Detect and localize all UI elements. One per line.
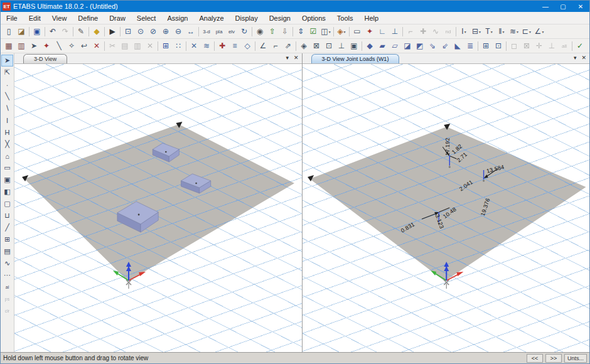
panel-close-icon[interactable]: ✕ xyxy=(294,55,299,61)
menu-view[interactable]: View xyxy=(46,13,73,23)
show-selection-icon[interactable]: ☑ xyxy=(307,25,319,38)
assign-joint-icon[interactable]: ◆ xyxy=(363,40,376,52)
quick-draw-beam-icon[interactable]: H xyxy=(1,126,13,138)
menu-tools[interactable]: Tools xyxy=(331,13,359,23)
run-analysis-icon[interactable]: ▶ xyxy=(106,25,119,38)
deselect-group-icon[interactable]: ✧ xyxy=(65,40,78,52)
panel-menu-icon[interactable]: ▾ xyxy=(574,55,577,61)
menu-display[interactable]: Display xyxy=(230,13,264,23)
assign-load-down-icon[interactable]: ⇘ xyxy=(426,40,439,52)
divide-frames-icon[interactable]: ∠ xyxy=(257,40,269,52)
show-grid-icon[interactable]: ⊞ xyxy=(480,40,492,52)
draw-waffle-icon[interactable]: ⊞ xyxy=(1,233,13,245)
measure-line-icon[interactable]: ╲ xyxy=(586,40,589,52)
assign-frame-icon[interactable]: ▰ xyxy=(376,40,389,52)
assign-load-up-icon[interactable]: ⇙ xyxy=(439,40,451,52)
frame-prop-icon[interactable]: ▣ xyxy=(348,40,360,52)
object-shrink-icon[interactable]: ⇕ xyxy=(294,25,307,38)
panel-menu-icon[interactable]: ▾ xyxy=(286,55,289,61)
menu-select[interactable]: Select xyxy=(131,13,162,23)
draw-special-joint-icon[interactable]: ✦ xyxy=(363,25,376,38)
mirror-icon[interactable]: ⊠ xyxy=(310,40,323,52)
menu-edit[interactable]: Edit xyxy=(23,13,46,23)
menu-help[interactable]: Help xyxy=(359,13,385,23)
restore-full-view-icon[interactable]: ⊙ xyxy=(134,25,147,38)
draw-opening-icon[interactable]: ▢ xyxy=(1,198,13,210)
menu-analyze[interactable]: Analyze xyxy=(193,13,229,23)
previous-zoom-icon[interactable]: ⊘ xyxy=(147,25,159,38)
show-bounding-icon[interactable]: ⊡ xyxy=(492,40,505,52)
select-previous-icon[interactable]: ↩ xyxy=(78,40,90,52)
section-rect-icon[interactable]: ⊟ xyxy=(470,25,483,38)
rubber-band-zoom-icon[interactable]: ⊡ xyxy=(122,25,134,38)
move-down-story-icon[interactable]: ⇩ xyxy=(279,25,291,38)
tab-3d-view[interactable]: 3-D View xyxy=(23,54,67,63)
menu-assign[interactable]: Assign xyxy=(161,13,193,23)
view-plan-icon[interactable]: pla xyxy=(213,25,225,38)
reshape-objects-icon[interactable]: ⇱ xyxy=(1,67,13,78)
view-3d-model[interactable] xyxy=(14,64,302,352)
lock-model-icon[interactable]: ◆ xyxy=(90,25,103,38)
join-frames-icon[interactable]: ⌐ xyxy=(269,40,282,52)
draw-grid-icon[interactable]: ∟ xyxy=(376,25,389,38)
draw-link-icon[interactable]: ╱ xyxy=(1,222,13,233)
select-poly-icon[interactable]: ✦ xyxy=(40,40,53,52)
move-up-story-icon[interactable]: ⇧ xyxy=(266,25,279,38)
merge-points-icon[interactable]: ✕ xyxy=(188,40,200,52)
select-all-icon[interactable]: al xyxy=(1,281,13,293)
section-double-icon[interactable]: ‖ xyxy=(495,25,508,38)
edit-pen-icon[interactable]: ✎ xyxy=(75,25,87,38)
draw-wave-icon[interactable]: ∿ xyxy=(1,257,13,269)
align-points-icon[interactable]: ≋ xyxy=(200,40,213,52)
undo-icon[interactable]: ↶ xyxy=(46,25,59,38)
perspective-toggle-icon[interactable]: ◉ xyxy=(254,25,266,38)
menu-design[interactable]: Design xyxy=(264,13,296,23)
tab-joint-loads[interactable]: 3-D View Joint Loads (W1) xyxy=(311,54,400,63)
open-model-icon[interactable]: ◪ xyxy=(15,25,28,38)
quick-draw-wall-icon[interactable]: ◧ xyxy=(1,186,13,198)
assign-wall-icon[interactable]: ◪ xyxy=(401,40,414,52)
view-joint-loads[interactable]: 17.192 1.82 2.71 13.584 2.041 19.376 0.8… xyxy=(303,64,590,352)
assign-shell-icon[interactable]: ▱ xyxy=(389,40,401,52)
menu-options[interactable]: Options xyxy=(296,13,331,23)
menu-file[interactable]: File xyxy=(1,13,23,23)
view-3d-icon[interactable]: 3-d xyxy=(200,25,213,38)
assign-slab-icon[interactable]: ◩ xyxy=(414,40,426,52)
edit-grid-icon[interactable]: ∷ xyxy=(172,40,185,52)
move-joints-icon[interactable]: ✚ xyxy=(216,40,228,52)
spreadsheet-edit-icon[interactable]: ▦ xyxy=(3,40,15,52)
minimize-button[interactable]: — xyxy=(537,1,554,12)
edit-stories-icon[interactable]: ≡ xyxy=(228,40,241,52)
quick-draw-column-icon[interactable]: I xyxy=(1,114,13,126)
object-view-options-icon[interactable]: ◫ xyxy=(319,25,332,38)
flip-diagonal-icon[interactable]: ◈ xyxy=(298,40,310,52)
section-rebar-icon[interactable]: ≋ xyxy=(508,25,520,38)
draw-building-icon[interactable]: ▤ xyxy=(1,245,13,257)
select-line-icon[interactable]: ╲ xyxy=(53,40,65,52)
section-slope-icon[interactable]: ∠ xyxy=(533,25,545,38)
draw-rect-icon[interactable]: ▭ xyxy=(351,25,363,38)
prev-units-button[interactable]: << xyxy=(527,354,543,363)
more-tools-icon[interactable]: ⋯ xyxy=(1,269,13,281)
align-edge-icon[interactable]: ⊥ xyxy=(335,40,348,52)
rotate-view-icon[interactable]: ↻ xyxy=(238,25,250,38)
new-model-icon[interactable]: ▯ xyxy=(3,25,15,38)
panel-close-icon[interactable]: ✕ xyxy=(581,55,586,61)
draw-wall-icon[interactable]: ⌂ xyxy=(1,150,13,162)
section-i-icon[interactable]: I xyxy=(458,25,470,38)
next-units-button[interactable]: >> xyxy=(545,354,562,363)
draw-joint-icon[interactable]: ∙ xyxy=(1,78,13,90)
quick-draw-brace-icon[interactable]: ╳ xyxy=(1,138,13,150)
view-elevation-icon[interactable]: elv xyxy=(225,25,238,38)
offset-joints-icon[interactable]: ◇ xyxy=(241,40,254,52)
clear-selection-icon[interactable]: ✕ xyxy=(90,40,103,52)
assign-ramp-icon[interactable]: ◣ xyxy=(451,40,464,52)
extrude-icon[interactable]: ⇗ xyxy=(282,40,294,52)
draw-floor-icon[interactable]: ▭ xyxy=(1,162,13,174)
select-pointer-tool-icon[interactable]: ➤ xyxy=(28,40,40,52)
menu-draw[interactable]: Draw xyxy=(104,13,131,23)
quick-draw-frame-icon[interactable]: ∖ xyxy=(1,102,13,114)
draw-cube-icon[interactable]: ◈ xyxy=(335,25,348,38)
section-t-icon[interactable]: T xyxy=(483,25,495,38)
maximize-button[interactable]: ▢ xyxy=(554,1,572,12)
